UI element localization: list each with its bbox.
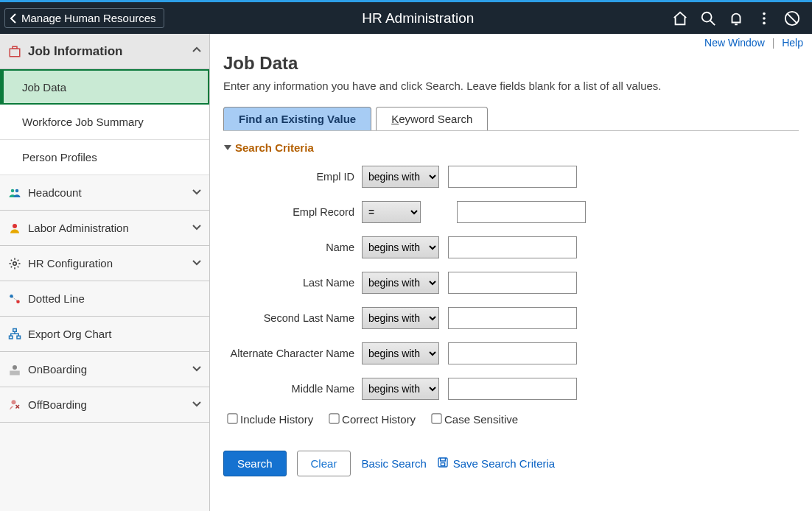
new-window-link[interactable]: New Window bbox=[704, 37, 765, 49]
svg-line-6 bbox=[788, 13, 797, 23]
sidebar-item-person-profiles[interactable]: Person Profiles bbox=[0, 140, 209, 175]
tab-keyword-search[interactable]: Keyword Search bbox=[376, 107, 488, 130]
input-empl-record[interactable] bbox=[457, 201, 586, 223]
search-button[interactable]: Search bbox=[223, 451, 287, 476]
sidebar-label: HR Configuration bbox=[28, 257, 113, 269]
labor-icon bbox=[7, 221, 22, 236]
main-content: New Window | Help Job Data Enter any inf… bbox=[210, 34, 812, 511]
field-row-last-name: Last Name begins with bbox=[223, 272, 799, 294]
field-label: Name bbox=[223, 242, 362, 253]
search-criteria-heading: Search Criteria bbox=[235, 141, 314, 154]
tab-label: Find an Existing Value bbox=[239, 113, 356, 125]
chevron-down-icon bbox=[192, 398, 202, 411]
navbar-icon[interactable] bbox=[784, 10, 800, 27]
field-label: Middle Name bbox=[223, 383, 362, 395]
svg-point-9 bbox=[11, 188, 15, 192]
clear-button[interactable]: Clear bbox=[297, 451, 351, 476]
sidebar-label: Labor Administration bbox=[28, 222, 129, 234]
search-options: Include History Correct History Case Sen… bbox=[223, 413, 799, 426]
back-label: Manage Human Resources bbox=[21, 12, 156, 24]
sidebar-item-workforce-job-summary[interactable]: Workforce Job Summary bbox=[0, 105, 209, 140]
chevron-down-icon bbox=[192, 186, 202, 199]
operator-select-middle-name[interactable]: begins with bbox=[362, 378, 439, 400]
sidebar-section-headcount[interactable]: Headcount bbox=[0, 175, 209, 211]
triangle-down-icon bbox=[223, 141, 232, 154]
top-links: New Window | Help bbox=[210, 34, 812, 49]
search-criteria-toggle[interactable]: Search Criteria bbox=[223, 141, 799, 154]
case-sensitive-checkbox[interactable] bbox=[431, 413, 441, 423]
input-last-name[interactable] bbox=[448, 272, 577, 294]
operator-select-empl-id[interactable]: begins with bbox=[362, 166, 439, 188]
sidebar-section-hr-configuration[interactable]: HR Configuration bbox=[0, 246, 209, 281]
operator-select-second-last-name[interactable]: begins with bbox=[362, 307, 439, 329]
operator-select-name[interactable]: begins with bbox=[362, 236, 439, 258]
basic-search-link[interactable]: Basic Search bbox=[361, 457, 426, 470]
help-link[interactable]: Help bbox=[782, 37, 803, 49]
back-button[interactable]: Manage Human Resources bbox=[4, 8, 164, 28]
operator-select-last-name[interactable]: begins with bbox=[362, 272, 439, 294]
svg-rect-18 bbox=[17, 336, 21, 339]
save-search-criteria-link[interactable]: Save Search Criteria bbox=[437, 457, 555, 471]
sidebar: Job Information Job Data Workforce Job S… bbox=[0, 34, 210, 511]
field-row-middle-name: Middle Name begins with bbox=[223, 378, 799, 400]
header-title: HR Administration bbox=[164, 10, 672, 27]
case-sensitive-label[interactable]: Case Sensitive bbox=[432, 413, 518, 426]
sidebar-label: Dotted Line bbox=[28, 292, 85, 305]
include-history-checkbox[interactable] bbox=[227, 413, 237, 423]
operator-select-alternate-character-name[interactable]: begins with bbox=[362, 342, 439, 364]
sidebar-label: Person Profiles bbox=[22, 151, 97, 163]
svg-rect-23 bbox=[441, 463, 444, 466]
chevron-up-icon bbox=[192, 44, 202, 59]
tab-find-existing-value[interactable]: Find an Existing Value bbox=[223, 107, 371, 130]
sidebar-section-export-org-chart[interactable]: Export Org Chart bbox=[0, 317, 209, 352]
svg-rect-17 bbox=[10, 336, 13, 339]
chevron-left-icon bbox=[10, 13, 18, 24]
tab-label-accesskey: K bbox=[391, 113, 399, 125]
dotted-line-icon bbox=[7, 292, 22, 306]
notifications-icon[interactable] bbox=[728, 10, 744, 27]
gear-icon bbox=[7, 256, 22, 271]
svg-rect-16 bbox=[13, 328, 17, 331]
sidebar-label: OnBoarding bbox=[28, 363, 87, 376]
input-empl-id[interactable] bbox=[448, 166, 577, 188]
app-header: Manage Human Resources HR Administration bbox=[0, 0, 812, 34]
field-label: Alternate Character Name bbox=[223, 348, 362, 359]
operator-select-empl-record[interactable]: = bbox=[362, 201, 421, 223]
input-middle-name[interactable] bbox=[448, 378, 577, 400]
sidebar-label: Workforce Job Summary bbox=[22, 116, 144, 128]
svg-rect-19 bbox=[10, 370, 20, 375]
sidebar-section-onboarding[interactable]: OnBoarding bbox=[0, 352, 209, 387]
correct-history-checkbox[interactable] bbox=[329, 413, 339, 423]
svg-line-1 bbox=[710, 20, 715, 24]
sidebar-section-job-information[interactable]: Job Information bbox=[0, 34, 209, 69]
tab-label-rest: eyword Search bbox=[399, 113, 472, 125]
sidebar-item-job-data[interactable]: Job Data bbox=[0, 69, 209, 105]
sidebar-section-dotted-line[interactable]: Dotted Line bbox=[0, 281, 209, 317]
correct-history-label[interactable]: Correct History bbox=[329, 413, 416, 426]
input-second-last-name[interactable] bbox=[448, 307, 577, 329]
input-alternate-character-name[interactable] bbox=[448, 342, 577, 364]
search-icon[interactable] bbox=[700, 10, 716, 27]
search-mode-tabs: Find an Existing Value Keyword Search bbox=[223, 107, 799, 131]
field-label: Second Last Name bbox=[223, 312, 362, 324]
svg-point-2 bbox=[763, 12, 766, 15]
sidebar-label: Export Org Chart bbox=[28, 328, 111, 340]
chevron-down-icon bbox=[192, 222, 202, 234]
svg-rect-8 bbox=[13, 46, 17, 49]
field-row-alternate-character-name: Alternate Character Name begins with bbox=[223, 342, 799, 364]
actions-menu-icon[interactable] bbox=[756, 10, 772, 27]
chevron-down-icon bbox=[192, 257, 202, 269]
onboarding-icon bbox=[7, 362, 22, 377]
sidebar-section-offboarding[interactable]: OffBoarding bbox=[0, 387, 209, 423]
save-icon bbox=[437, 457, 449, 471]
home-icon[interactable] bbox=[672, 10, 688, 27]
page-title: Job Data bbox=[223, 53, 799, 74]
include-history-label[interactable]: Include History bbox=[228, 413, 313, 426]
svg-point-4 bbox=[763, 21, 766, 24]
svg-rect-7 bbox=[10, 49, 20, 57]
field-label: Last Name bbox=[223, 277, 362, 289]
sidebar-section-labor-administration[interactable]: Labor Administration bbox=[0, 211, 209, 246]
input-name[interactable] bbox=[448, 236, 577, 258]
field-row-second-last-name: Second Last Name begins with bbox=[223, 307, 799, 329]
svg-point-3 bbox=[763, 17, 766, 20]
